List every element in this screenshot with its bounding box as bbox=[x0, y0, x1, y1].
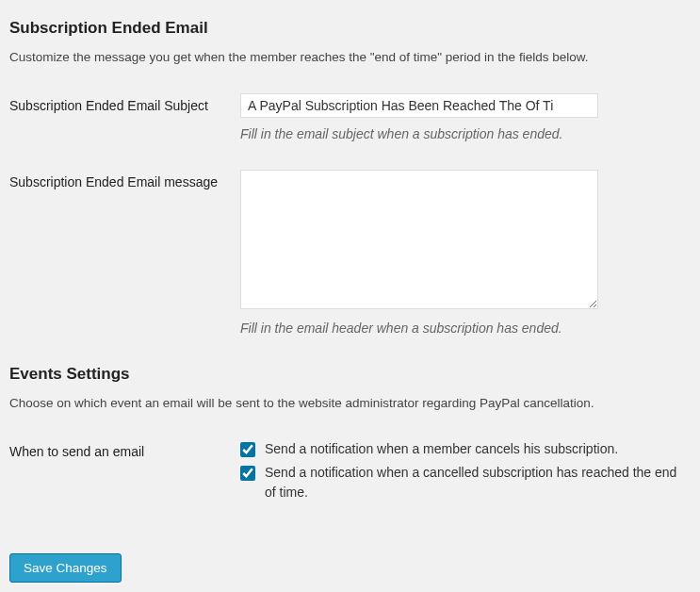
help-email-subject: Fill in the email subject when a subscri… bbox=[240, 125, 683, 144]
checkbox-row-end-of-time: Send a notification when a cancelled sub… bbox=[240, 463, 683, 502]
form-row-when-to-send: When to send an email Send a notificatio… bbox=[9, 439, 691, 506]
form-row-message: Subscription Ended Email message Fill in… bbox=[9, 170, 691, 338]
save-button[interactable]: Save Changes bbox=[9, 553, 122, 583]
section-heading-subscription-ended: Subscription Ended Email bbox=[9, 19, 691, 38]
checkbox-label-end-of-time: Send a notification when a cancelled sub… bbox=[265, 463, 683, 502]
checkbox-notify-cancel[interactable] bbox=[240, 442, 255, 457]
checkbox-row-cancel: Send a notification when a member cancel… bbox=[240, 439, 683, 459]
form-row-subject: Subscription Ended Email Subject Fill in… bbox=[9, 93, 691, 144]
label-email-subject: Subscription Ended Email Subject bbox=[9, 93, 240, 115]
label-when-to-send: When to send an email bbox=[9, 439, 240, 461]
section-heading-events: Events Settings bbox=[9, 365, 691, 384]
help-email-message: Fill in the email header when a subscrip… bbox=[240, 320, 683, 338]
email-subject-input[interactable] bbox=[240, 93, 598, 118]
email-message-textarea[interactable] bbox=[240, 170, 598, 309]
checkbox-label-cancel: Send a notification when a member cancel… bbox=[265, 439, 618, 459]
section-desc-subscription-ended: Customize the message you get when the m… bbox=[9, 49, 691, 67]
section-desc-events: Choose on which event an email will be s… bbox=[9, 395, 691, 413]
checkbox-notify-end-of-time[interactable] bbox=[240, 466, 255, 481]
label-email-message: Subscription Ended Email message bbox=[9, 170, 240, 191]
